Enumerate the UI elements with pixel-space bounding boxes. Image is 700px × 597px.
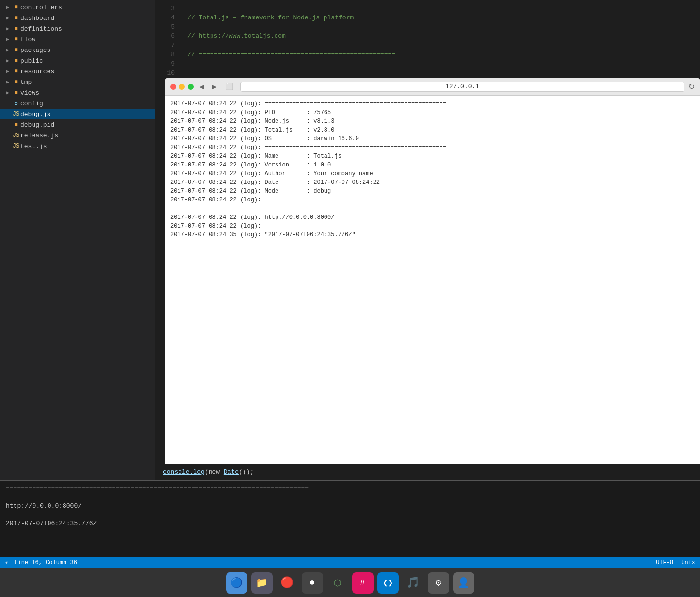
sidebar-item-controllers[interactable]: ▶ ■ controllers (0, 2, 155, 13)
log-line: 2017-07-07 08:24:22 (log): Node.js : v8.… (165, 117, 700, 126)
log-line: 2017-07-07 08:24:22 (log): =============… (165, 100, 700, 108)
sidebar-tree: ▶ ■ controllers ▶ ■ dashboard ▶ ■ defini… (0, 0, 155, 480)
log-line: 2017-07-07 08:24:22 (log): (165, 222, 700, 231)
sidebar-item-debug-js[interactable]: JS debug.js (0, 109, 155, 119)
sidebar-item-label: flow (20, 36, 35, 43)
arrow-icon: ▶ (4, 15, 12, 21)
sidebar-item-views[interactable]: ▶ ■ views (0, 87, 155, 98)
sidebar-item-label: config (20, 100, 43, 107)
sidebar-item-definitions[interactable]: ▶ ■ definitions (0, 23, 155, 34)
forward-button[interactable]: ▶ (210, 82, 219, 91)
dock-item-music[interactable]: 🎵 (403, 572, 424, 594)
file-js-icon: JS (12, 111, 20, 117)
folder-icon: ■ (12, 4, 20, 11)
sidebar-item-label: release.js (20, 132, 58, 139)
sidebar-item-test-js[interactable]: JS test.js (0, 141, 155, 151)
sidebar-item-config[interactable]: ⚙ config (0, 98, 155, 109)
folder-icon: ■ (12, 36, 20, 43)
folder-icon: ■ (12, 89, 20, 96)
log-line: 2017-07-07 08:24:22 (log): Total.js : v2… (165, 126, 700, 134)
log-line: 2017-07-07 08:24:22 (log): http://0.0.0.… (165, 213, 700, 222)
log-line: 2017-07-07 08:24:22 (log): Name : Total.… (165, 152, 700, 161)
sidebar-item-flow[interactable]: ▶ ■ flow (0, 34, 155, 45)
terminal-url: http://0.0.0.0:8000/ (6, 502, 694, 511)
dock-item-github[interactable]: ● (302, 572, 323, 594)
sidebar-item-dashboard[interactable]: ▶ ■ dashboard (0, 13, 155, 23)
sidebar-item-label: test.js (20, 143, 47, 150)
arrow-icon: ▶ (4, 79, 12, 85)
close-button[interactable] (170, 84, 176, 90)
arrow-icon: ▶ (4, 58, 12, 64)
address-bar[interactable]: 127.0.0.1 (240, 82, 684, 92)
dock-bar: 🔵 📁 🔴 ● ⬡ # ❮❯ 🎵 ⚙ 👤 (0, 568, 700, 597)
reload-button[interactable]: ↻ (688, 82, 695, 91)
sidebar-item-public[interactable]: ▶ ■ public (0, 55, 155, 66)
sidebar-item-label: controllers (20, 4, 62, 11)
browser-toolbar: ◀ ▶ ⬜ 127.0.0.1 ↻ (165, 78, 700, 96)
sidebar-item-debug-pid[interactable]: ■ debug.pid (0, 119, 155, 130)
minimize-button[interactable] (179, 84, 185, 90)
folder-icon: ■ (12, 47, 20, 53)
dock-item-files[interactable]: 📁 (251, 572, 273, 594)
status-bar-left: ⚡ Line 16, Column 36 (5, 559, 77, 566)
terminal-blank2 (6, 511, 694, 519)
dock-item-person[interactable]: 👤 (453, 572, 474, 594)
sidebar-item-label: debug.pid (20, 121, 54, 129)
log-line: 2017-07-07 08:24:35 (log): "2017-07-07T0… (165, 231, 700, 239)
code-editor: 3 4 5 6 7 8 9 10 11 12 13 14 15 16 // To… (155, 0, 700, 464)
sidebar-item-packages[interactable]: ▶ ■ packages (0, 45, 155, 55)
error-icon: ⚡ (5, 559, 8, 566)
sidebar-item-label: dashboard (20, 15, 54, 22)
browser-preview: ◀ ▶ ⬜ 127.0.0.1 ↻ 2017-07-07 08:24:22 (l… (165, 78, 700, 464)
file-js-icon: JS (12, 132, 20, 139)
date-constructor: Date (224, 468, 239, 476)
dock-item-vscode[interactable]: ❮❯ (377, 572, 399, 594)
encoding-indicator[interactable]: UTF-8 (656, 559, 673, 566)
file-gear-icon: ⚙ (12, 100, 20, 107)
position-indicator[interactable]: Line 16, Column 36 (14, 559, 77, 566)
sidebar: ▶ ■ controllers ▶ ■ dashboard ▶ ■ defini… (0, 0, 155, 480)
arrow-icon: ▶ (4, 4, 12, 10)
dock-item-settings[interactable]: ⚙ (428, 572, 449, 594)
dock-item-slack[interactable]: # (352, 572, 374, 594)
sidebar-item-release-js[interactable]: JS release.js (0, 130, 155, 141)
back-button[interactable]: ◀ (197, 82, 206, 91)
folder-icon: ■ (12, 25, 20, 32)
log-line: 2017-07-07 08:24:22 (log): Date : 2017-0… (165, 178, 700, 187)
terminal-separator: ========================================… (6, 484, 694, 493)
sidebar-item-label: public (20, 57, 43, 65)
line-ending-indicator[interactable]: Unix (681, 559, 695, 566)
folder-icon: ■ (12, 57, 20, 64)
editor-area: 3 4 5 6 7 8 9 10 11 12 13 14 15 16 // To… (155, 0, 700, 480)
sidebar-item-tmp[interactable]: ▶ ■ tmp (0, 77, 155, 87)
editor-bottom-strip: console.log(new Date()); (155, 464, 700, 480)
log-line: 2017-07-07 08:24:22 (log): Author : Your… (165, 169, 700, 178)
console-log-args: (new (205, 468, 224, 476)
log-line: 2017-07-07 08:24:22 (log): =============… (165, 143, 700, 152)
share-button[interactable]: ⬜ (223, 82, 236, 91)
status-bar: ⚡ Line 16, Column 36 UTF-8 Unix (0, 557, 700, 568)
maximize-button[interactable] (188, 84, 194, 90)
arrow-icon: ▶ (4, 26, 12, 32)
folder-icon: ■ (12, 68, 20, 75)
browser-traffic-lights (170, 84, 194, 90)
sidebar-item-label: resources (20, 68, 54, 75)
sidebar-item-label: packages (20, 47, 50, 54)
log-line: 2017-07-07 08:24:22 (log): =============… (165, 196, 700, 204)
dock-item-chrome[interactable]: 🔴 (277, 572, 298, 594)
status-bar-right: UTF-8 Unix (656, 559, 695, 566)
log-line: 2017-07-07 08:24:22 (log): Mode : debug (165, 187, 700, 196)
terminal-log: 2017-07-07T06:24:35.776Z (6, 519, 694, 528)
arrow-icon: ▶ (4, 36, 12, 42)
arrow-icon: ▶ (4, 47, 12, 53)
main-container: ▶ ■ controllers ▶ ■ dashboard ▶ ■ defini… (0, 0, 700, 480)
log-line: 2017-07-07 08:24:22 (log): PID : 75765 (165, 108, 700, 117)
terminal: ========================================… (0, 480, 700, 557)
dock-item-finder[interactable]: 🔵 (226, 572, 247, 594)
folder-icon: ■ (12, 15, 20, 21)
dock-item-node[interactable]: ⬡ (327, 572, 348, 594)
sidebar-item-resources[interactable]: ▶ ■ resources (0, 66, 155, 77)
sidebar-item-label: tmp (20, 79, 32, 86)
console-log-call: console.log (163, 468, 205, 476)
sidebar-item-label: definitions (20, 25, 62, 33)
